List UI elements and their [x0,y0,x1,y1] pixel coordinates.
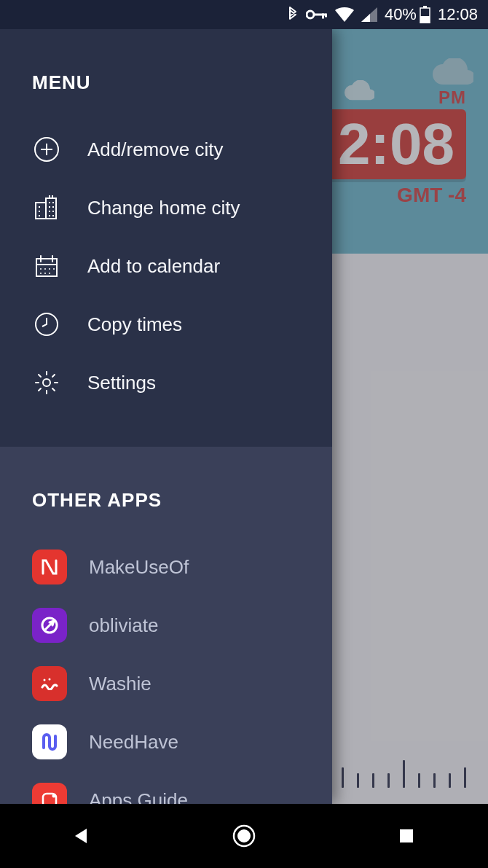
makeuseof-app-icon [32,550,67,584]
app-item-needhave[interactable]: NeedHave [32,713,300,771]
app-item-obliviate[interactable]: obliviate [32,596,300,654]
needhave-app-icon [32,724,67,759]
wifi-icon [335,7,354,22]
svg-point-17 [52,794,56,798]
battery-percent: 40% [385,5,417,24]
menu-item-add-to-calendar[interactable]: Add to calendar [32,237,300,295]
app-item-label: NeedHave [89,731,178,754]
menu-item-label: Settings [87,372,156,394]
svg-point-15 [49,679,51,681]
clock-icon [32,310,61,339]
vpn-key-icon [306,9,328,20]
svg-rect-8 [36,203,46,219]
menu-item-label: Add to calendar [87,255,220,278]
menu-item-label: Copy times [87,313,182,336]
menu-item-settings[interactable]: Settings [32,353,300,412]
plus-circle-icon [32,135,61,164]
app-item-washie[interactable]: Washie [32,654,300,713]
cell-signal-icon [361,7,377,22]
menu-item-copy-times[interactable]: Copy times [32,295,300,353]
app-item-label: MakeUseOf [89,556,189,579]
system-nav-bar [0,804,488,868]
menu-item-label: Change home city [87,197,240,219]
svg-rect-10 [36,259,57,276]
home-button[interactable] [222,814,266,858]
battery-icon [420,6,430,23]
recents-button[interactable] [385,814,428,858]
svg-rect-2 [322,14,324,19]
svg-point-19 [237,829,251,842]
washie-app-icon [32,666,67,701]
svg-point-0 [307,11,314,18]
svg-point-14 [44,679,46,681]
other-apps-section: OTHER APPS MakeUseOf obliviate Washie Ne… [0,447,332,829]
calendar-icon [32,251,61,281]
menu-item-change-home-city[interactable]: Change home city [32,179,300,237]
svg-rect-3 [325,14,327,17]
other-apps-title: OTHER APPS [32,489,300,512]
back-button[interactable] [60,814,103,858]
menu-title: MENU [32,71,300,94]
svg-rect-6 [420,16,430,23]
nav-drawer: MENU Add/remove city Change home city Ad… [0,29,332,804]
buildings-icon [32,193,61,222]
bluetooth-icon [287,6,299,23]
svg-point-12 [43,379,50,386]
status-clock: 12:08 [438,5,478,24]
menu-item-label: Add/remove city [87,138,223,161]
app-item-makeuseof[interactable]: MakeUseOf [32,538,300,596]
battery-group: 40% [385,5,430,24]
obliviate-app-icon [32,608,67,643]
status-bar: 40% 12:08 [0,0,488,29]
menu-section: MENU Add/remove city Change home city Ad… [0,29,332,447]
gear-icon [32,368,61,397]
svg-rect-20 [400,829,413,842]
app-item-label: obliviate [89,614,158,637]
svg-rect-9 [46,198,56,219]
app-item-label: Washie [89,673,151,695]
menu-item-add-remove-city[interactable]: Add/remove city [32,120,300,179]
